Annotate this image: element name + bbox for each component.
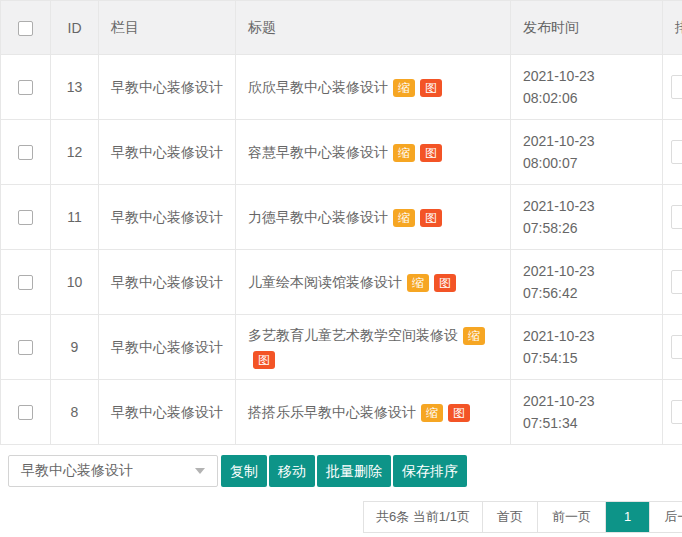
sort-input[interactable] bbox=[671, 270, 682, 294]
row-checkbox[interactable] bbox=[18, 80, 33, 95]
table-row: 11早教中心装修设计力德早教中心装修设计缩图2021-10-23 07:58:2… bbox=[1, 185, 682, 250]
copy-button[interactable]: 复制 bbox=[221, 455, 267, 487]
action-buttons: 复制移动批量删除保存排序 bbox=[221, 455, 467, 487]
row-select-cell bbox=[1, 55, 51, 120]
cell-title: 搭搭乐乐早教中心装修设计缩图 bbox=[236, 380, 511, 445]
badge-thumbnail: 缩 bbox=[393, 209, 415, 227]
cell-id: 11 bbox=[51, 185, 99, 250]
article-title: 搭搭乐乐早教中心装修设计 bbox=[248, 404, 416, 420]
row-select-cell bbox=[1, 185, 51, 250]
content-list-screen: ID 栏目 标题 发布时间 排序 13早教中心装修设计欣欣早教中心装修设计缩图2… bbox=[0, 0, 682, 537]
cell-title: 容慧早教中心装修设计缩图 bbox=[236, 120, 511, 185]
header-title: 标题 bbox=[236, 1, 511, 55]
pagination-first[interactable]: 首页 bbox=[482, 502, 537, 532]
pagination-page-1[interactable]: 1 bbox=[605, 502, 649, 532]
batch-delete-button[interactable]: 批量删除 bbox=[317, 455, 391, 487]
table-row: 10早教中心装修设计儿童绘本阅读馆装修设计缩图2021-10-23 07:56:… bbox=[1, 250, 682, 315]
row-select-cell bbox=[1, 380, 51, 445]
pagination-summary: 共6条 当前1/1页 bbox=[364, 502, 482, 532]
badge-thumbnail: 缩 bbox=[407, 274, 429, 292]
header-sort: 排序 bbox=[663, 1, 682, 55]
articles-table: ID 栏目 标题 发布时间 排序 13早教中心装修设计欣欣早教中心装修设计缩图2… bbox=[0, 0, 682, 445]
cell-id: 10 bbox=[51, 250, 99, 315]
badge-image: 图 bbox=[420, 79, 442, 97]
sort-input[interactable] bbox=[671, 205, 682, 229]
cell-category: 早教中心装修设计 bbox=[99, 120, 236, 185]
article-title: 儿童绘本阅读馆装修设计 bbox=[248, 274, 402, 290]
cell-category: 早教中心装修设计 bbox=[99, 185, 236, 250]
cell-sort bbox=[663, 315, 682, 380]
cell-category: 早教中心装修设计 bbox=[99, 380, 236, 445]
sort-input[interactable] bbox=[671, 400, 682, 424]
header-id: ID bbox=[51, 1, 99, 55]
table-header-row: ID 栏目 标题 发布时间 排序 bbox=[1, 1, 682, 55]
table-row: 12早教中心装修设计容慧早教中心装修设计缩图2021-10-23 08:00:0… bbox=[1, 120, 682, 185]
header-publish-time: 发布时间 bbox=[511, 1, 663, 55]
sort-input[interactable] bbox=[671, 75, 682, 99]
cell-publish-time: 2021-10-23 08:02:06 bbox=[511, 55, 663, 120]
article-title: 力德早教中心装修设计 bbox=[248, 209, 388, 225]
badge-image: 图 bbox=[253, 351, 275, 369]
table-row: 13早教中心装修设计欣欣早教中心装修设计缩图2021-10-23 08:02:0… bbox=[1, 55, 682, 120]
badge-image: 图 bbox=[420, 209, 442, 227]
cell-title: 力德早教中心装修设计缩图 bbox=[236, 185, 511, 250]
row-select-cell bbox=[1, 250, 51, 315]
badge-image: 图 bbox=[434, 274, 456, 292]
cell-sort bbox=[663, 120, 682, 185]
sort-input[interactable] bbox=[671, 140, 682, 164]
pagination-bar: 共6条 当前1/1页 首页 前一页 1 后一页 bbox=[363, 501, 682, 533]
row-select-cell bbox=[1, 315, 51, 380]
cell-id: 12 bbox=[51, 120, 99, 185]
table-body: 13早教中心装修设计欣欣早教中心装修设计缩图2021-10-23 08:02:0… bbox=[1, 55, 682, 445]
cell-title: 欣欣早教中心装修设计缩图 bbox=[236, 55, 511, 120]
row-checkbox[interactable] bbox=[18, 275, 33, 290]
badge-thumbnail: 缩 bbox=[393, 144, 415, 162]
row-select-cell bbox=[1, 120, 51, 185]
pagination-prev[interactable]: 前一页 bbox=[537, 502, 605, 532]
chevron-down-icon bbox=[195, 468, 205, 474]
move-button[interactable]: 移动 bbox=[269, 455, 315, 487]
table-row: 9早教中心装修设计多艺教育儿童艺术教学空间装修设缩图2021-10-23 07:… bbox=[1, 315, 682, 380]
badge-thumbnail: 缩 bbox=[421, 404, 443, 422]
cell-publish-time: 2021-10-23 07:56:42 bbox=[511, 250, 663, 315]
cell-title: 儿童绘本阅读馆装修设计缩图 bbox=[236, 250, 511, 315]
badge-thumbnail: 缩 bbox=[463, 327, 485, 345]
pagination-next[interactable]: 后一页 bbox=[649, 502, 682, 532]
cell-title: 多艺教育儿童艺术教学空间装修设缩图 bbox=[236, 315, 511, 380]
article-title: 容慧早教中心装修设计 bbox=[248, 144, 388, 160]
table-row: 8早教中心装修设计搭搭乐乐早教中心装修设计缩图2021-10-23 07:51:… bbox=[1, 380, 682, 445]
sort-input[interactable] bbox=[671, 335, 682, 359]
cell-sort bbox=[663, 185, 682, 250]
article-title: 多艺教育儿童艺术教学空间装修设 bbox=[248, 327, 458, 343]
badge-thumbnail: 缩 bbox=[393, 79, 415, 97]
cell-category: 早教中心装修设计 bbox=[99, 315, 236, 380]
header-category: 栏目 bbox=[99, 1, 236, 55]
save-sort-button[interactable]: 保存排序 bbox=[393, 455, 467, 487]
cell-id: 13 bbox=[51, 55, 99, 120]
cell-category: 早教中心装修设计 bbox=[99, 55, 236, 120]
row-checkbox[interactable] bbox=[18, 145, 33, 160]
select-all-checkbox[interactable] bbox=[18, 21, 33, 36]
cell-id: 9 bbox=[51, 315, 99, 380]
row-checkbox[interactable] bbox=[18, 405, 33, 420]
cell-category: 早教中心装修设计 bbox=[99, 250, 236, 315]
cell-publish-time: 2021-10-23 07:58:26 bbox=[511, 185, 663, 250]
cell-sort bbox=[663, 250, 682, 315]
cell-sort bbox=[663, 55, 682, 120]
cell-publish-time: 2021-10-23 08:00:07 bbox=[511, 120, 663, 185]
row-checkbox[interactable] bbox=[18, 340, 33, 355]
row-checkbox[interactable] bbox=[18, 210, 33, 225]
badge-image: 图 bbox=[448, 404, 470, 422]
category-select-value: 早教中心装修设计 bbox=[21, 462, 133, 480]
cell-publish-time: 2021-10-23 07:51:34 bbox=[511, 380, 663, 445]
article-title: 欣欣早教中心装修设计 bbox=[248, 79, 388, 95]
cell-sort bbox=[663, 380, 682, 445]
category-select[interactable]: 早教中心装修设计 bbox=[8, 455, 218, 487]
cell-publish-time: 2021-10-23 07:54:15 bbox=[511, 315, 663, 380]
cell-id: 8 bbox=[51, 380, 99, 445]
select-all-cell bbox=[1, 1, 51, 55]
badge-image: 图 bbox=[420, 144, 442, 162]
